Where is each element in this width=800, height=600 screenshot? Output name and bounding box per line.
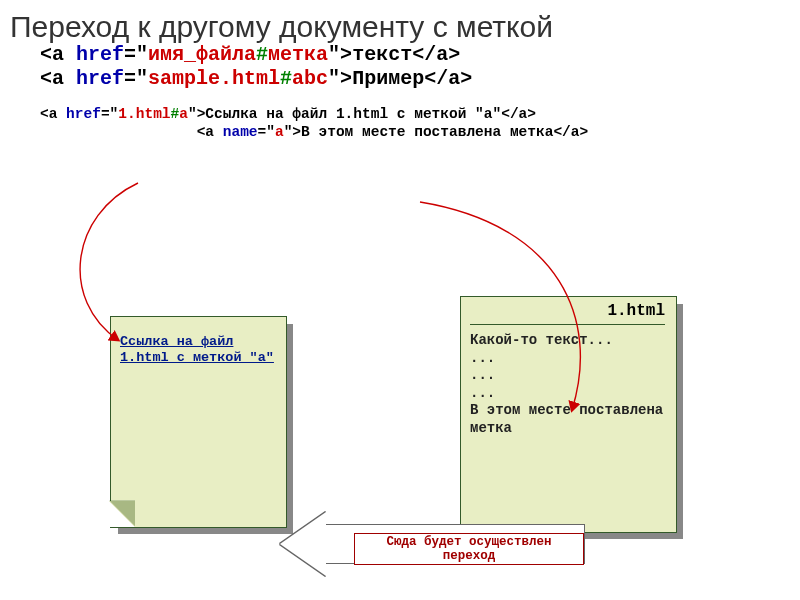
- source-document: Ссылка на файл 1.html с меткой "a": [110, 316, 285, 526]
- quote-close: ">: [188, 106, 205, 122]
- doc-title: 1.html: [607, 302, 665, 320]
- attr-name: href: [76, 67, 124, 90]
- slide-title: Переход к другому документу с меткой: [0, 0, 800, 43]
- equals: =": [258, 124, 275, 140]
- equals: =": [124, 67, 148, 90]
- quote-close: ">: [328, 43, 352, 66]
- indent: [40, 124, 197, 140]
- code-line-1: <a href="имя_файла#метка">текст</a>: [40, 43, 800, 67]
- code-small-line-2: <a name="a">В этом месте поставлена метк…: [40, 123, 800, 141]
- tag-open: <a: [40, 67, 76, 90]
- attr-value-anchor: a: [179, 106, 188, 122]
- attr-value-file: 1.html: [118, 106, 170, 122]
- hash: #: [280, 67, 292, 90]
- tag-open: <a: [40, 43, 76, 66]
- link-text: Ссылка на файл 1.html с меткой "a": [205, 106, 501, 122]
- tag-close: </a>: [553, 124, 588, 140]
- target-document: 1.html Какой-то текст... ... ... ... В э…: [460, 296, 675, 531]
- transition-arrow: Сюда будет осуществлен переход: [280, 512, 610, 578]
- code-line-2: <a href="sample.html#abc">Пример</a>: [40, 67, 800, 91]
- equals: =": [124, 43, 148, 66]
- equals: =": [101, 106, 118, 122]
- doc-body-text: Какой-то текст... ... ... ... В этом мес…: [470, 332, 665, 437]
- attr-value-file: имя_файла: [148, 43, 256, 66]
- attr-name: href: [66, 106, 101, 122]
- hash: #: [171, 106, 180, 122]
- attr-value: a: [275, 124, 284, 140]
- tag-close: </a>: [501, 106, 536, 122]
- attr-name: href: [76, 43, 124, 66]
- quote-close: ">: [284, 124, 301, 140]
- quote-close: ">: [328, 67, 352, 90]
- tag-close: </a>: [412, 43, 460, 66]
- link-text: Пример: [352, 67, 424, 90]
- tag-close: </a>: [424, 67, 472, 90]
- link-text: текст: [352, 43, 412, 66]
- code-block-main: <a href="имя_файла#метка">текст</a> <a h…: [0, 43, 800, 91]
- tag-open: <a: [197, 124, 223, 140]
- divider: [470, 324, 665, 325]
- doc-link-text: Ссылка на файл 1.html с меткой "a": [120, 334, 275, 366]
- diagram: Ссылка на файл 1.html с меткой "a" 1.htm…: [0, 260, 800, 600]
- tag-open: <a: [40, 106, 66, 122]
- arrow-head-icon: [280, 512, 326, 576]
- doc-fold-icon: [109, 501, 135, 527]
- arrow-caption: Сюда будет осуществлен переход: [354, 533, 584, 565]
- attr-value-file: sample.html: [148, 67, 280, 90]
- hash: #: [256, 43, 268, 66]
- attr-value-anchor: метка: [268, 43, 328, 66]
- attr-value-anchor: abc: [292, 67, 328, 90]
- link-text: В этом месте поставлена метка: [301, 124, 553, 140]
- code-small-line-1: <a href="1.html#a">Ссылка на файл 1.html…: [40, 105, 800, 123]
- attr-name: name: [223, 124, 258, 140]
- code-block-small: <a href="1.html#a">Ссылка на файл 1.html…: [0, 105, 800, 141]
